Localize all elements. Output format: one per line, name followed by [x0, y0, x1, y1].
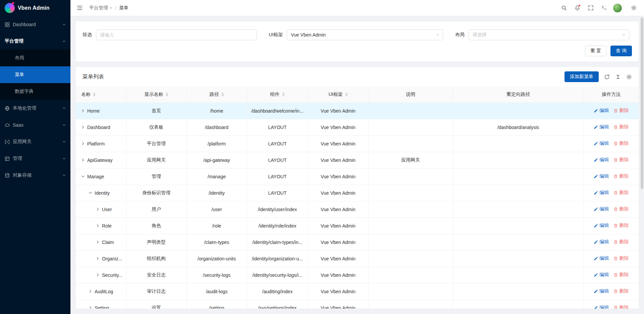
- user-avatar[interactable]: [613, 4, 622, 12]
- sidebar-item[interactable]: 应用网关: [0, 133, 70, 150]
- delete-button[interactable]: 删除: [613, 190, 629, 196]
- framework-select[interactable]: Vue Vben Admin: [287, 29, 443, 40]
- expand-right-icon[interactable]: [81, 158, 85, 162]
- expand-right-icon[interactable]: [89, 306, 92, 309]
- storage-icon: [5, 173, 13, 178]
- breadcrumb-parent[interactable]: 平台管理: [89, 5, 112, 11]
- delete-button[interactable]: 删除: [613, 140, 629, 146]
- sidebar-item[interactable]: 本地化管理: [0, 100, 70, 117]
- table-row: Security...安全日志/security-logs/identity/s…: [76, 267, 639, 283]
- edit-button[interactable]: 编辑: [594, 239, 609, 245]
- sort-icon[interactable]: [221, 92, 224, 97]
- delete-button[interactable]: 删除: [613, 157, 629, 163]
- column-header[interactable]: UI框架: [308, 86, 368, 103]
- column-header[interactable]: 路径: [186, 86, 247, 103]
- column-header[interactable]: 组件: [247, 86, 308, 103]
- edit-icon: [594, 141, 598, 146]
- fullscreen-icon[interactable]: [586, 4, 595, 12]
- svg-text:A: A: [604, 7, 606, 11]
- delete-button[interactable]: 删除: [613, 206, 629, 212]
- page-scrollbar-thumb[interactable]: [641, 17, 643, 189]
- expand-right-icon[interactable]: [96, 207, 100, 211]
- reset-button[interactable]: 重 置: [585, 46, 606, 56]
- query-button[interactable]: 查 询: [610, 46, 632, 56]
- search-icon[interactable]: [559, 4, 568, 12]
- sidebar-item[interactable]: 对象存储: [0, 167, 70, 184]
- expand-right-icon[interactable]: [81, 125, 85, 129]
- sort-icon[interactable]: [93, 92, 96, 97]
- edit-button[interactable]: 编辑: [594, 108, 609, 114]
- row-description: [368, 234, 453, 250]
- expand-down-icon[interactable]: [89, 191, 92, 195]
- row-component: /auditing/index: [247, 283, 308, 300]
- edit-button[interactable]: 编辑: [594, 206, 609, 212]
- delete-button[interactable]: 删除: [613, 239, 629, 245]
- expand-down-icon[interactable]: [81, 175, 85, 178]
- row-path: /dashboard: [186, 119, 247, 135]
- sidebar-collapse-icon[interactable]: [75, 4, 84, 12]
- delete-button[interactable]: 删除: [613, 173, 629, 179]
- row-description: [368, 201, 453, 217]
- add-menu-button[interactable]: 添加新菜单: [565, 71, 599, 82]
- delete-button[interactable]: 删除: [613, 305, 629, 309]
- delete-button[interactable]: 删除: [613, 223, 629, 229]
- edit-button[interactable]: 编辑: [594, 140, 609, 146]
- column-header[interactable]: 名称: [76, 86, 126, 103]
- edit-button[interactable]: 编辑: [594, 255, 609, 261]
- row-framework: Vue Vben Admin: [308, 152, 368, 168]
- edit-button[interactable]: 编辑: [594, 190, 609, 196]
- table-row: Organiz...组织机构/organization-units/identi…: [76, 250, 639, 267]
- expand-right-icon[interactable]: [96, 240, 100, 244]
- row-path: /api-gateway: [186, 152, 247, 168]
- delete-button[interactable]: 删除: [613, 272, 629, 278]
- sidebar-item[interactable]: 管理: [0, 150, 70, 167]
- sidebar-item[interactable]: Saas: [0, 117, 70, 133]
- row-redirect: [453, 283, 584, 300]
- sort-icon[interactable]: [345, 92, 348, 97]
- column-header[interactable]: 显示名称: [126, 86, 186, 103]
- expand-right-icon[interactable]: [96, 273, 100, 277]
- sort-icon[interactable]: [166, 92, 168, 97]
- edit-button[interactable]: 编辑: [594, 272, 609, 278]
- delete-button[interactable]: 删除: [613, 108, 629, 114]
- row-redirect: [453, 103, 584, 119]
- row-component: /dashboard/welcome/in...: [247, 103, 308, 119]
- edit-button[interactable]: 编辑: [594, 157, 609, 163]
- row-redirect: [453, 217, 584, 234]
- filter-input[interactable]: [96, 29, 257, 40]
- notification-bell-icon[interactable]: [573, 4, 582, 12]
- edit-button[interactable]: 编辑: [594, 288, 609, 294]
- edit-button[interactable]: 编辑: [594, 223, 609, 229]
- delete-button[interactable]: 删除: [613, 124, 629, 130]
- row-display-name: 安全日志: [126, 267, 186, 283]
- delete-button[interactable]: 删除: [613, 288, 629, 294]
- sort-icon[interactable]: [282, 92, 285, 97]
- edit-button[interactable]: 编辑: [594, 173, 609, 179]
- expand-right-icon[interactable]: [96, 257, 100, 260]
- sidebar-subitem-label: 数据字典: [15, 88, 34, 95]
- language-translate-icon[interactable]: 文A: [600, 4, 608, 12]
- expand-right-icon[interactable]: [81, 142, 85, 145]
- row-path: /platform: [186, 135, 247, 152]
- row-framework: Vue Vben Admin: [308, 103, 368, 119]
- delete-button[interactable]: 删除: [613, 255, 629, 261]
- logo[interactable]: Vben Admin: [0, 0, 70, 16]
- sidebar-subitem[interactable]: 布局: [0, 50, 70, 66]
- sidebar-item[interactable]: Dashboard: [0, 16, 70, 33]
- row-redirect: [453, 234, 584, 250]
- refresh-icon[interactable]: [604, 74, 610, 80]
- edit-button[interactable]: 编辑: [594, 124, 609, 130]
- settings-gear-icon[interactable]: [629, 4, 638, 12]
- edit-button[interactable]: 编辑: [594, 305, 609, 309]
- sidebar-subitem[interactable]: 菜单: [0, 66, 70, 83]
- expand-right-icon[interactable]: [81, 109, 85, 113]
- sidebar-item[interactable]: 平台管理: [0, 33, 70, 50]
- layout-select[interactable]: 请选择: [469, 29, 629, 40]
- sidebar-subitem[interactable]: 数据字典: [0, 83, 70, 100]
- expand-right-icon[interactable]: [96, 224, 100, 228]
- table-settings-icon[interactable]: [626, 74, 632, 80]
- row-height-icon[interactable]: [615, 74, 621, 80]
- row-framework: Vue Vben Admin: [308, 300, 368, 309]
- chevron-down-icon: [109, 6, 112, 9]
- expand-right-icon[interactable]: [89, 290, 92, 293]
